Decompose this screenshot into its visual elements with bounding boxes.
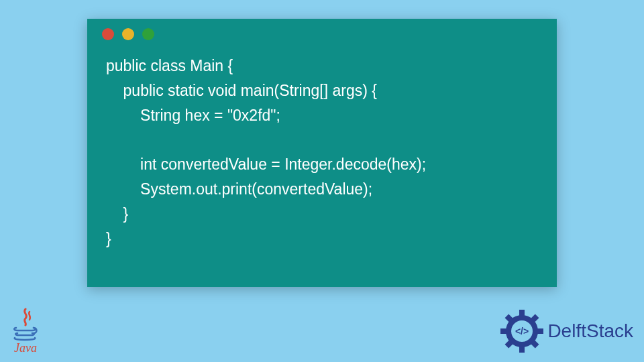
svg-text:</>: </> (515, 326, 529, 337)
close-icon[interactable] (102, 28, 114, 40)
window-titlebar (87, 19, 557, 44)
delftstack-logo: </> DelftStack (500, 310, 633, 353)
java-logo-text: Java (14, 341, 37, 355)
java-cup-icon (11, 308, 40, 343)
code-window: public class Main { public static void m… (87, 19, 557, 287)
svg-rect-1 (519, 310, 525, 316)
delftstack-logo-text: DelftStack (547, 320, 633, 342)
svg-rect-5 (519, 346, 525, 353)
svg-rect-3 (537, 328, 543, 334)
delftstack-gear-icon: </> (500, 310, 543, 353)
svg-rect-7 (500, 328, 507, 334)
minimize-icon[interactable] (122, 28, 134, 40)
java-logo: Java (11, 308, 40, 355)
code-block: public class Main { public static void m… (87, 44, 557, 264)
maximize-icon[interactable] (142, 28, 154, 40)
